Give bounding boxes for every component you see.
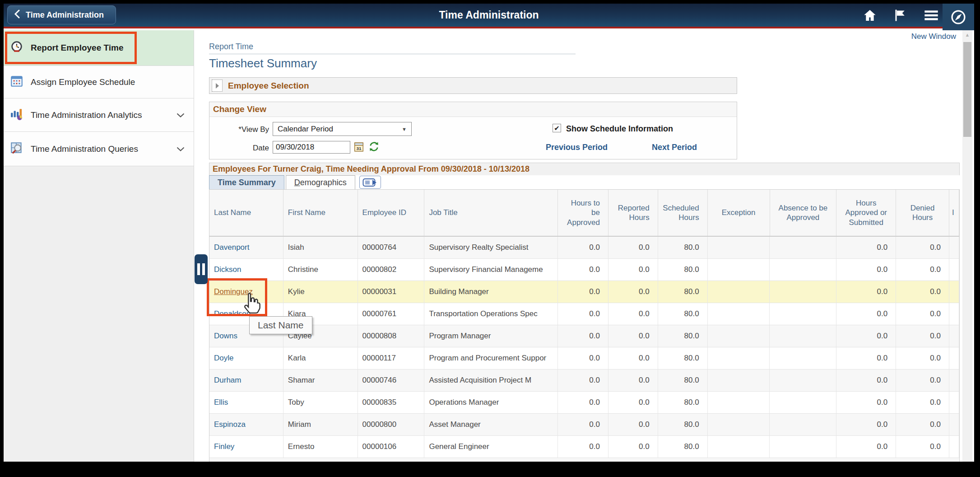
column-header: Scheduled Hours: [658, 190, 708, 236]
column-header: Reported Hours: [608, 190, 658, 236]
last-name-link[interactable]: Durham: [214, 376, 241, 385]
table-cell: [770, 414, 836, 435]
show-all-columns-icon[interactable]: [359, 176, 381, 189]
pause-button[interactable]: [195, 254, 208, 284]
table-cell: [708, 237, 770, 258]
table-cell: 00000746: [358, 369, 425, 391]
compass-navbar-icon[interactable]: [943, 4, 974, 30]
table-cell: 0.0: [836, 369, 896, 391]
change-view-groupbox: Change View *View By Calendar Period ▼ ✔…: [209, 102, 737, 159]
next-period-link[interactable]: Next Period: [652, 143, 697, 152]
calendar-picker-icon[interactable]: 31: [354, 141, 364, 154]
tooltip: Last Name: [249, 316, 312, 334]
main-content: New Window Report Time Timesheet Summary…: [194, 30, 974, 462]
show-schedule-label: Show Schedule Information: [566, 124, 673, 134]
table-cell: Espinoza: [209, 414, 283, 435]
table-row: DoyleKarla00000117Program and Procuremen…: [209, 347, 959, 369]
last-name-link[interactable]: Donaldson: [214, 309, 251, 318]
column-header: Job Title: [424, 190, 558, 236]
table-cell: [770, 347, 836, 369]
tab-demographics[interactable]: Demographics: [286, 175, 355, 189]
scrollbar-thumb[interactable]: [963, 42, 971, 137]
query-search-icon: [10, 141, 23, 157]
last-name-link[interactable]: Downs: [214, 332, 237, 341]
table-cell: [770, 392, 836, 413]
table-cell: 0.0: [896, 392, 949, 413]
table-cell: 0.0: [836, 414, 896, 435]
sidebar-item-label: Assign Employee Schedule: [31, 77, 135, 87]
home-icon[interactable]: [862, 8, 878, 23]
sidebar-item-assign-employee-schedule[interactable]: Assign Employee Schedule: [4, 66, 194, 98]
table-cell-clipped: [949, 237, 959, 258]
show-schedule-checkbox[interactable]: ✔: [553, 124, 561, 132]
table-cell: 0.0: [836, 281, 896, 303]
column-header: Last Name: [209, 190, 283, 236]
table-cell: 0.0: [896, 414, 949, 435]
refresh-icon[interactable]: [368, 141, 380, 154]
table-cell: 0.0: [836, 303, 896, 325]
table-cell: 0.0: [896, 369, 949, 391]
sidebar-item-time-administration-queries[interactable]: Time Administration Queries: [4, 132, 194, 166]
table-row: EllisToby00000835Operations Manager0.00.…: [209, 392, 959, 414]
view-by-select[interactable]: Calendar Period ▼: [273, 122, 412, 136]
sidebar-item-time-administration-analytics[interactable]: Time Administration Analytics: [4, 98, 194, 132]
table-cell: [708, 392, 770, 413]
previous-period-link[interactable]: Previous Period: [546, 143, 608, 152]
expand-triangle-icon[interactable]: [212, 80, 223, 92]
sidebar-item-label: Report Employee Time: [31, 43, 124, 53]
tab-time-summary[interactable]: Time Summary: [209, 175, 284, 189]
table-cell: Isiah: [283, 237, 358, 258]
flag-icon[interactable]: [893, 8, 908, 23]
view-by-value: Calendar Period: [278, 125, 333, 134]
table-cell: 0.0: [836, 392, 896, 413]
table-cell: 0.0: [836, 259, 896, 281]
last-name-link[interactable]: Dominguez: [214, 287, 253, 296]
table-cell: Durham: [209, 369, 283, 391]
last-name-link[interactable]: Ellis: [214, 398, 228, 407]
new-window-link[interactable]: New Window: [911, 32, 956, 41]
table-cell: 0.0: [896, 347, 949, 369]
analytics-chart-icon: [10, 107, 23, 123]
last-name-link[interactable]: Espinoza: [214, 420, 246, 429]
table-cell: 0.0: [896, 436, 949, 458]
table-cell: 0.0: [558, 303, 608, 325]
table-cell: 0.0: [836, 436, 896, 458]
last-name-link[interactable]: Doyle: [214, 354, 233, 363]
sidebar-item-report-employee-time[interactable]: Report Employee Time: [4, 30, 194, 66]
table-cell: General Engineer: [424, 436, 558, 458]
calendar-schedule-icon: [10, 74, 23, 90]
employee-grid: Last NameFirst NameEmployee IDJob TitleH…: [209, 189, 960, 462]
sidebar-item-label: Time Administration Queries: [31, 144, 138, 154]
date-input[interactable]: [273, 141, 350, 154]
page-title: Timesheet Summary: [209, 56, 317, 70]
table-cell: 0.0: [608, 259, 658, 281]
column-header: Hours to be Approved: [558, 190, 608, 236]
last-name-link[interactable]: Dickson: [214, 265, 241, 274]
menu-icon[interactable]: [924, 8, 939, 23]
last-name-link[interactable]: Davenport: [214, 243, 249, 252]
table-cell-clipped: [949, 392, 959, 413]
table-cell: 0.0: [896, 237, 949, 258]
scrollbar-up-arrow[interactable]: ▲: [962, 30, 972, 39]
table-cell: 80.0: [658, 347, 708, 369]
table-cell: 0.0: [608, 281, 658, 303]
table-cell-clipped: [949, 369, 959, 391]
clock-report-time-icon: [10, 40, 23, 56]
breadcrumb: Report Time: [209, 42, 253, 51]
breadcrumb-rule: [209, 54, 576, 54]
table-cell: Davenport: [209, 237, 283, 258]
table-cell: 0.0: [836, 347, 896, 369]
checkmark-icon: ✔: [554, 124, 560, 132]
table-cell: 00000031: [358, 281, 425, 303]
table-cell: [708, 259, 770, 281]
table-row: DavenportIsiah00000764Supervisory Realty…: [209, 237, 959, 259]
table-cell: 00000106: [358, 436, 425, 458]
date-label: Date: [224, 144, 269, 153]
table-cell: Doyle: [209, 347, 283, 369]
table-cell: Program and Procurement Suppor: [424, 347, 558, 369]
table-cell: 80.0: [658, 325, 708, 347]
table-cell: [770, 237, 836, 258]
table-cell-clipped: [949, 325, 959, 347]
last-name-link[interactable]: Finley: [214, 442, 234, 451]
table-row: DicksonChristine00000802Supervisory Fina…: [209, 259, 959, 281]
